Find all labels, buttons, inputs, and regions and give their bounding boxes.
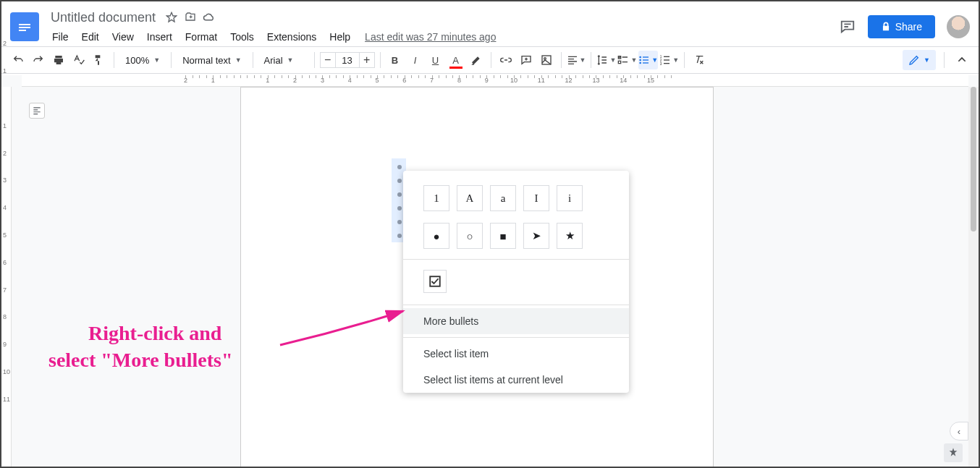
separator: [684, 52, 685, 68]
document-outline-button[interactable]: [29, 103, 45, 119]
user-avatar[interactable]: [947, 15, 970, 38]
menu-insert[interactable]: Insert: [141, 28, 178, 46]
scrollbar-thumb[interactable]: [971, 87, 976, 231]
chevron-down-icon: ▼: [153, 56, 160, 64]
list-option-star[interactable]: ★: [557, 223, 583, 249]
numbering-options-row: 1 A a I i: [403, 181, 629, 218]
list-option-A[interactable]: A: [457, 185, 483, 211]
text-color-button[interactable]: A: [447, 51, 465, 69]
menu-divider: [403, 305, 629, 305]
paint-format-button[interactable]: [90, 51, 109, 69]
horizontal-ruler[interactable]: 21123456789101112131415: [22, 75, 968, 87]
insert-link-button[interactable]: [497, 51, 515, 69]
insert-image-button[interactable]: [537, 51, 556, 69]
svg-rect-14: [664, 56, 669, 57]
menu-edit[interactable]: Edit: [76, 28, 105, 46]
menu-view[interactable]: View: [106, 28, 140, 46]
svg-rect-1: [19, 27, 30, 28]
editing-mode-button[interactable]: ▼: [903, 50, 936, 70]
numbered-list-button[interactable]: 123▼: [659, 51, 679, 69]
menu-divider: [403, 259, 629, 260]
list-option-I[interactable]: I: [523, 185, 549, 211]
insert-comment-button[interactable]: [517, 51, 536, 69]
menu-divider: [403, 337, 629, 338]
menu-tools[interactable]: Tools: [224, 28, 260, 46]
font-select[interactable]: Arial▼: [258, 51, 309, 69]
italic-button[interactable]: I: [406, 51, 425, 69]
move-icon[interactable]: [183, 10, 198, 25]
svg-rect-8: [643, 56, 649, 57]
separator: [380, 52, 381, 68]
list-option-circle[interactable]: ○: [457, 223, 483, 249]
toolbar: 100%▼ Normal text▼ Arial▼ − 13 + B I U A…: [1, 46, 979, 74]
redo-button[interactable]: [29, 51, 48, 69]
line-spacing-button[interactable]: ▼: [596, 51, 616, 69]
style-select[interactable]: Normal text▼: [177, 51, 247, 69]
separator: [114, 52, 114, 68]
cloud-status-icon[interactable]: [202, 10, 216, 25]
menu-item-more-bullets[interactable]: More bullets: [403, 308, 629, 334]
list-option-checkbox[interactable]: [423, 270, 447, 293]
font-size-group: − 13 +: [320, 52, 375, 68]
side-panel-toggle[interactable]: ‹: [950, 422, 968, 441]
svg-point-9: [640, 59, 642, 61]
separator: [561, 52, 562, 68]
list-option-1[interactable]: 1: [423, 185, 449, 211]
menu-extensions[interactable]: Extensions: [261, 28, 322, 46]
collapse-toolbar-button[interactable]: [952, 51, 971, 69]
separator: [171, 52, 172, 68]
separator: [491, 52, 491, 68]
vertical-ruler[interactable]: 211234567891011: [1, 87, 12, 467]
menu-help[interactable]: Help: [324, 28, 356, 46]
list-option-disc[interactable]: ●: [423, 223, 449, 249]
font-size-input[interactable]: 13: [336, 52, 359, 68]
highlight-button[interactable]: [467, 51, 486, 69]
star-icon[interactable]: [164, 10, 179, 25]
spellcheck-button[interactable]: [69, 51, 88, 69]
share-button[interactable]: Share: [868, 15, 935, 38]
list-option-square[interactable]: ■: [490, 223, 516, 249]
docs-logo[interactable]: [10, 12, 39, 41]
svg-text:3: 3: [660, 62, 662, 66]
bullet-options-row: ● ○ ■ ➤ ★: [403, 218, 629, 256]
menubar: File Edit View Insert Format Tools Exten…: [46, 28, 839, 46]
font-size-increment[interactable]: +: [359, 52, 375, 68]
lock-icon: [881, 22, 891, 32]
chevron-down-icon: ▼: [235, 56, 242, 64]
zoom-select[interactable]: 100%▼: [119, 51, 166, 69]
separator: [253, 52, 253, 68]
chevron-down-icon: ▼: [287, 56, 294, 64]
document-title[interactable]: Untitled document: [46, 9, 160, 27]
list-option-i[interactable]: i: [557, 185, 583, 211]
list-option-a[interactable]: a: [490, 185, 516, 211]
print-button[interactable]: [49, 51, 68, 69]
comments-button[interactable]: [839, 18, 856, 35]
separator: [591, 52, 591, 68]
font-size-decrement[interactable]: −: [320, 52, 336, 68]
last-edit-link[interactable]: Last edit was 27 minutes ago: [365, 31, 496, 43]
bold-button[interactable]: B: [386, 51, 405, 69]
menu-format[interactable]: Format: [179, 28, 223, 46]
bulleted-list-button[interactable]: ▼: [638, 51, 658, 69]
align-button[interactable]: ▼: [567, 51, 586, 69]
explore-button[interactable]: [944, 443, 963, 462]
clear-formatting-button[interactable]: [690, 51, 709, 69]
svg-rect-6: [619, 61, 621, 63]
share-label: Share: [895, 21, 922, 33]
svg-rect-0: [19, 24, 30, 25]
svg-rect-12: [643, 62, 649, 63]
list-option-arrow[interactable]: ➤: [523, 223, 549, 249]
svg-point-4: [544, 58, 546, 60]
undo-button[interactable]: [9, 51, 28, 69]
checklist-button[interactable]: ▼: [617, 51, 637, 69]
pencil-icon: [908, 54, 920, 66]
menu-item-select-list-item[interactable]: Select list item: [403, 341, 629, 367]
svg-rect-10: [643, 59, 649, 60]
vertical-scrollbar[interactable]: [968, 87, 979, 467]
separator: [314, 52, 315, 68]
menu-item-select-level[interactable]: Select list items at current level: [403, 367, 629, 393]
underline-button[interactable]: U: [426, 51, 445, 69]
svg-point-7: [640, 56, 642, 59]
svg-point-11: [640, 62, 642, 64]
menu-file[interactable]: File: [46, 28, 75, 46]
